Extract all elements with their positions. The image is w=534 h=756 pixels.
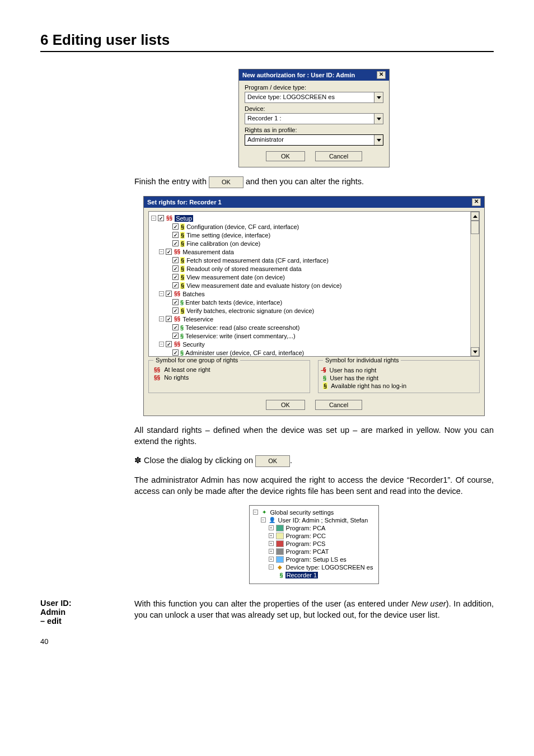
checkbox[interactable]: ✓	[172, 333, 179, 339]
tree-node[interactable]: Batches	[182, 291, 205, 297]
expand-icon[interactable]: −	[159, 342, 164, 347]
legend-group: Symbol for one group of rights §§At leas…	[148, 360, 310, 393]
expand-icon[interactable]: −	[253, 510, 258, 515]
expand-icon[interactable]: +	[269, 541, 274, 546]
checkbox[interactable]: ✓	[172, 232, 179, 238]
tree-node[interactable]: Program: PCC	[286, 533, 326, 539]
tree-node[interactable]: Teleservice: read (also create screensho…	[185, 324, 299, 331]
expand-icon[interactable]: +	[269, 525, 274, 530]
title-rule	[40, 51, 494, 52]
combo-program-type-value: Device type: LOGOSCREEN es	[245, 92, 374, 102]
checkbox[interactable]: ✓	[172, 324, 179, 330]
scroll-up-icon[interactable]	[471, 212, 479, 221]
combo-rights-profile[interactable]: Administrator	[245, 134, 383, 146]
svg-marker-3	[473, 215, 477, 218]
checkbox[interactable]: ✓	[166, 316, 172, 322]
tree-node[interactable]: User ID: Admin ; Schmidt, Stefan	[278, 517, 368, 524]
program-icon	[276, 525, 284, 531]
rights-tree[interactable]: −✓§§Setup ✓§Configuration (device, CF ca…	[149, 212, 479, 357]
tree-node[interactable]: Readout only of stored measurement data	[186, 265, 301, 272]
tree-node[interactable]: View measurement date and evaluate histo…	[186, 282, 341, 289]
legend-item: No rights	[164, 374, 189, 381]
tree-node[interactable]: Global security settings	[270, 509, 334, 516]
dialog-title: New authorization for : User ID: Admin	[242, 72, 355, 78]
tree-node[interactable]: View measurement date (on device)	[186, 274, 285, 281]
tree-node[interactable]: Recorder 1	[285, 572, 318, 578]
tree-node[interactable]: Verify batches, electronic signature (on…	[186, 307, 314, 314]
close-icon[interactable]: ✕	[377, 71, 386, 79]
tree-node[interactable]: Program: PCAT	[286, 548, 329, 555]
paragraph-edit-function: With this function you can alter the pro…	[134, 599, 494, 620]
paragraph-yellow-rights: All standard rights – defined when the d…	[134, 425, 494, 447]
checkbox[interactable]: ✓	[166, 291, 172, 297]
chevron-down-icon[interactable]	[374, 135, 383, 145]
tree-node[interactable]: Administer user (device, CF card, interf…	[185, 349, 304, 356]
paragraph-admin-access: The administrator Admin has now acquired…	[134, 475, 494, 497]
expand-icon[interactable]: +	[269, 557, 274, 562]
tree-node[interactable]: Device type: LOGOSCREEN es	[286, 564, 373, 571]
tree-node[interactable]: Fetch stored measurement data (CF card, …	[186, 257, 329, 264]
tree-global-security: −✦Global security settings −👤User ID: Ad…	[249, 505, 380, 584]
combo-program-type[interactable]: Device type: LOGOSCREEN es	[245, 92, 383, 103]
combo-device[interactable]: Recorder 1 :	[245, 113, 383, 124]
expand-icon[interactable]: −	[159, 316, 164, 321]
cancel-button[interactable]: Cancel	[315, 400, 362, 410]
legend-item: Available right has no log-in	[331, 382, 406, 389]
chevron-down-icon[interactable]	[374, 92, 383, 102]
inline-ok-button[interactable]: OK	[209, 176, 243, 188]
program-icon	[276, 540, 284, 547]
legend-item: At least one right	[164, 366, 210, 373]
dialog-title: Set rights for: Recorder 1	[147, 199, 222, 206]
checkbox[interactable]: ✓	[166, 249, 172, 255]
checkbox[interactable]: ✓	[172, 299, 179, 305]
tree-node[interactable]: Teleservice	[182, 316, 213, 323]
svg-marker-1	[377, 118, 381, 120]
expand-icon[interactable]: −	[269, 564, 274, 570]
checkbox[interactable]: ✓	[172, 274, 179, 280]
tree-node[interactable]: Setup	[175, 215, 193, 222]
close-icon[interactable]: ✕	[472, 198, 481, 206]
page-number: 40	[40, 637, 494, 646]
svg-marker-0	[377, 96, 381, 99]
legend-individual: Symbol for individual rights §̶User has …	[318, 360, 480, 393]
checkbox[interactable]: ✓	[158, 215, 164, 221]
tree-node[interactable]: Enter batch texts (device, interface)	[185, 299, 282, 306]
expand-icon[interactable]: +	[269, 549, 274, 554]
ok-button[interactable]: OK	[266, 400, 305, 410]
chevron-down-icon[interactable]	[374, 114, 383, 124]
tree-node[interactable]: Measurement data	[182, 249, 234, 255]
tree-node[interactable]: Program: Setup LS es	[286, 556, 346, 563]
cancel-button[interactable]: Cancel	[315, 151, 362, 161]
expand-icon[interactable]: +	[269, 533, 274, 538]
tree-node[interactable]: Fine calibration (on device)	[186, 240, 260, 247]
tree-node[interactable]: Time setting (device, interface)	[186, 232, 270, 239]
legend-item: User has no right	[330, 367, 377, 374]
expand-icon[interactable]: −	[261, 517, 266, 522]
tree-node[interactable]: Teleservice: write (insert commentary,..…	[185, 333, 296, 339]
legend-item: User has the right	[330, 375, 378, 381]
tree-node[interactable]: Security	[182, 341, 205, 348]
expand-icon[interactable]: −	[159, 249, 164, 254]
inline-ok-button[interactable]: OK	[255, 455, 290, 467]
scroll-track[interactable]	[471, 234, 479, 347]
checkbox[interactable]: ✓	[172, 257, 179, 263]
side-label: User ID: Admin – edit	[40, 599, 124, 626]
expand-icon[interactable]: −	[159, 291, 164, 296]
checkbox[interactable]: ✓	[172, 223, 179, 230]
scroll-down-icon[interactable]	[471, 347, 479, 356]
tree-node[interactable]: Program: PCS	[286, 540, 326, 547]
checkbox[interactable]: ✓	[172, 349, 179, 356]
scrollbar[interactable]	[470, 212, 479, 356]
checkbox[interactable]: ✓	[172, 307, 179, 314]
page-title: 6 Editing user lists	[40, 31, 494, 49]
checkbox[interactable]: ✓	[172, 240, 179, 246]
tree-node[interactable]: Program: PCA	[286, 525, 326, 531]
checkbox[interactable]: ✓	[172, 265, 179, 272]
tree-node[interactable]: Configuration (device, CF card, interfac…	[186, 223, 299, 230]
combo-device-value: Recorder 1 :	[245, 114, 374, 124]
expand-icon[interactable]: −	[151, 216, 156, 221]
checkbox[interactable]: ✓	[166, 341, 172, 347]
checkbox[interactable]: ✓	[172, 282, 179, 288]
scroll-thumb[interactable]	[471, 221, 479, 234]
ok-button[interactable]: OK	[266, 151, 305, 161]
